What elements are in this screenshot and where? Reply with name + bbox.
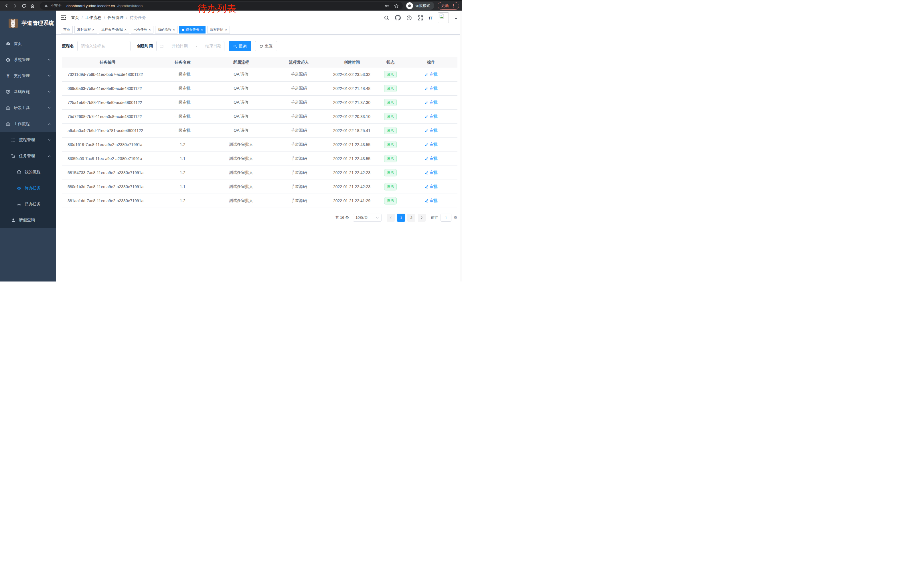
approve-link[interactable]: 审批 [424,198,438,203]
tab-close-icon[interactable]: × [148,28,151,32]
cell-create-time: 2022-01-21 22:43:55 [327,156,376,161]
total-count: 共 16 条 [335,215,349,220]
sidebar-item-devtools[interactable]: 研发工具 [0,100,56,116]
fullscreen-icon[interactable] [418,15,423,21]
breadcrumb-item-2[interactable]: 任务管理 [108,15,124,20]
approve-link[interactable]: 审批 [424,100,438,105]
tab-done-tasks[interactable]: 已办任务× [131,26,153,33]
yen-icon: ¥ [4,74,12,78]
approve-link[interactable]: 审批 [424,114,438,119]
tab-close-icon[interactable]: × [201,28,203,32]
key-icon[interactable] [385,3,389,8]
search-icon [233,44,237,48]
bookmark-star-icon[interactable] [394,3,399,8]
cell-status: 激活 [376,99,405,106]
tab-close-icon[interactable]: × [124,28,127,32]
search-button[interactable]: 搜索 [229,41,251,51]
monitor-icon [4,90,12,94]
browser-forward-icon[interactable] [12,2,19,9]
next-page-button[interactable] [418,214,426,222]
tab-close-icon[interactable]: × [173,28,175,32]
update-button[interactable]: 更新 ⋮ [438,2,459,10]
app-logo-row[interactable]: 芋道管理系统 [0,11,56,36]
tab-form-edit[interactable]: 流程表单-编辑× [99,26,129,33]
table-row: 725a1eb6-7b88-11ec-8ef0-acde48001122一级审批… [62,96,458,110]
table-row: 580e1b3d-7ac8-11ec-a9e2-a2380e71991a1.1测… [62,180,458,194]
tab-close-icon[interactable]: × [92,28,94,32]
cell-status: 激活 [376,155,405,162]
chevron-down-icon [48,90,51,94]
sidebar-item-done-tasks[interactable]: 已办任务 [0,196,56,212]
tab-my-process[interactable]: 我的流程× [155,26,178,33]
approve-label: 审批 [430,142,438,147]
approve-link[interactable]: 审批 [424,72,438,77]
date-range-picker[interactable]: 开始日期 - 结束日期 [156,41,224,51]
page-button-2[interactable]: 2 [407,214,416,222]
tab-process-detail[interactable]: 流程详情× [207,26,230,33]
cell-create-time: 2022-01-21 22:42:23 [327,170,376,175]
cell-create-time: 2022-01-22 20:33:10 [327,114,376,119]
table-row: 75d72608-7b7f-11ec-a3c8-acde48001122一级审批… [62,110,458,124]
page-button-1[interactable]: 1 [397,214,405,222]
sidebar-item-process-mgmt[interactable]: 流程管理 [0,132,56,148]
incognito-icon [406,2,413,9]
tab-close-icon[interactable]: × [225,28,227,32]
breadcrumb-item-1[interactable]: 工作流程 [85,15,101,20]
app-logo-rabbit-image [9,19,18,28]
tab-home[interactable]: 首页 [61,26,73,33]
cell-process-name: 测试多审批人 [212,184,270,189]
breadcrumb-item-0[interactable]: 首页 [71,15,79,20]
process-name-input[interactable] [77,41,130,51]
reset-button[interactable]: 重置 [255,41,277,51]
prev-page-button[interactable] [387,214,395,222]
url-host: dashboard.yudao.iocoder.cn [66,4,115,8]
page-scrollbar[interactable] [460,11,462,281]
tab-todo-tasks[interactable]: 待办任务× [179,26,206,33]
browser-menu-dots-icon[interactable]: ⋮ [452,3,456,8]
sidebar-item-todo-tasks[interactable]: 待办任务 [0,180,56,196]
cell-task-id: 381aa1dd-7ac8-11ec-a9e2-a2380e71991a [62,198,153,203]
navbar-right: tT [384,12,458,23]
cell-process-name: 测试多审批人 [212,170,270,175]
sidebar-collapse-icon[interactable] [61,15,66,20]
annotation-overlay-text: 待办列表 [198,2,237,15]
approve-link[interactable]: 审批 [424,156,438,161]
sidebar-item-workflow[interactable]: 工作流程 [0,116,56,132]
tab-start-process[interactable]: 发起流程× [74,26,97,33]
sidebar-item-label: 待办任务 [25,186,40,191]
page-size-select[interactable]: 10条/页 [353,214,382,222]
sidebar-item-task-mgmt[interactable]: 任务管理 [0,148,56,164]
sidebar-item-home[interactable]: 首页 [0,36,56,52]
cell-process-starter: 芋道源码 [270,142,327,147]
cell-process-starter: 芋道源码 [270,128,327,133]
start-date-placeholder: 开始日期 [172,44,188,49]
github-icon[interactable] [395,15,401,21]
approve-link[interactable]: 审批 [424,184,438,189]
gear-icon [4,57,12,62]
sidebar-item-leave-query[interactable]: 请假查询 [0,212,56,228]
sidebar-item-payment[interactable]: ¥支付管理 [0,68,56,84]
question-icon[interactable] [406,15,412,21]
browser-reload-icon[interactable] [20,2,27,9]
cell-process-name: 测试多审批人 [212,156,270,161]
goto-page-input[interactable] [441,214,452,222]
pencil-icon [424,72,429,77]
sidebar-item-my-process[interactable]: 我的流程 [0,164,56,180]
status-badge: 激活 [384,141,397,148]
avatar-dropdown-caret-icon[interactable] [454,18,458,21]
search-icon[interactable] [384,15,389,21]
avatar[interactable] [438,12,449,23]
sidebar-item-system[interactable]: 系统管理 [0,52,56,68]
table-row: 8f0d1619-7ac8-11ec-a9e2-a2380e71991a1.2测… [62,138,458,152]
cell-status: 激活 [376,71,405,78]
sidebar-item-infrastructure[interactable]: 基础设施 [0,84,56,100]
approve-link[interactable]: 审批 [424,170,438,175]
approve-link[interactable]: 审批 [424,142,438,147]
cell-process-starter: 芋道源码 [270,184,327,189]
browser-home-icon[interactable] [28,2,36,9]
browser-back-icon[interactable] [3,2,10,9]
cell-task-name: 1.1 [153,185,212,189]
approve-link[interactable]: 审批 [424,86,438,91]
fontsize-icon[interactable]: tT [429,15,432,20]
approve-link[interactable]: 审批 [424,128,438,133]
